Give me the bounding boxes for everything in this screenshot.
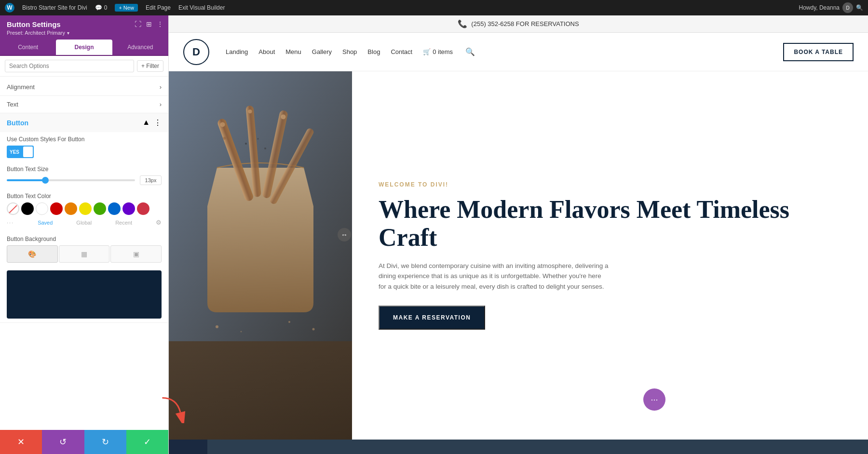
howdy-section: Howdy, Deanna D 🔍: [799, 2, 864, 13]
nav-search-icon[interactable]: 🔍: [465, 47, 475, 56]
color-swatch-yellow[interactable]: [79, 202, 92, 215]
color-swatch-green[interactable]: [94, 202, 106, 215]
comments-link[interactable]: 💬 0: [95, 4, 108, 11]
grid-icon[interactable]: ⊞: [146, 20, 152, 28]
svg-point-14: [288, 321, 290, 323]
wp-logo-icon[interactable]: W: [5, 3, 14, 13]
new-button[interactable]: + New: [115, 4, 138, 12]
button-section-header[interactable]: Button ▲ ⋮: [0, 113, 168, 132]
slider-thumb[interactable]: [42, 177, 49, 184]
avatar[interactable]: D: [842, 2, 853, 13]
slider-track[interactable]: [7, 179, 135, 181]
gear-icon[interactable]: ⚙: [156, 219, 162, 226]
color-recent-label[interactable]: Recent: [115, 220, 132, 226]
color-meta-row: ··· Saved Global Recent ⚙: [7, 217, 162, 228]
color-swatch-white[interactable]: [36, 202, 48, 215]
site-nav: D Landing About Menu Gallery Shop Blog C…: [169, 33, 868, 71]
reservation-button[interactable]: MAKE A RESERVATION: [379, 306, 485, 330]
filter-button[interactable]: + Filter: [137, 60, 163, 72]
nav-contact[interactable]: Contact: [391, 48, 412, 55]
color-swatch-orange[interactable]: [65, 202, 77, 215]
save-button[interactable]: ✓: [126, 430, 168, 454]
nav-gallery[interactable]: Gallery: [312, 48, 332, 55]
alignment-section-header[interactable]: Alignment ›: [0, 79, 168, 95]
color-saved-label[interactable]: Saved: [38, 220, 53, 226]
svg-point-13: [216, 325, 218, 328]
bottom-action-bar: ✕ ↺ ↻ ✓: [0, 430, 168, 454]
panel-tabs: Content Design Advanced: [0, 40, 168, 56]
exit-builder-link[interactable]: Exit Visual Builder: [178, 4, 225, 11]
button-background-option: Button Background 🎨 ▦ ▣: [0, 232, 168, 267]
tab-content[interactable]: Content: [0, 40, 56, 55]
nav-landing[interactable]: Landing: [226, 48, 248, 55]
custom-styles-toggle[interactable]: YES: [7, 146, 34, 158]
dark-right-panel: About: [169, 440, 207, 454]
nav-blog[interactable]: Blog: [367, 48, 380, 55]
collapse-icon[interactable]: ▲: [142, 118, 150, 127]
color-swatch-pink[interactable]: [137, 202, 149, 215]
color-global-label[interactable]: Global: [76, 220, 92, 226]
panel-preset[interactable]: Preset: Architect Primary ▾: [7, 30, 162, 36]
button-section-title: Button: [7, 119, 28, 127]
cancel-button[interactable]: ✕: [0, 430, 42, 454]
color-swatch-red[interactable]: [50, 202, 63, 215]
nav-cart[interactable]: 🛒 0 items: [423, 48, 453, 55]
nav-about[interactable]: About: [258, 48, 275, 55]
save-icon: ✓: [144, 437, 151, 447]
site-name[interactable]: Bistro Starter Site for Divi: [22, 4, 87, 11]
tab-design[interactable]: Design: [56, 40, 112, 55]
hero-image: [169, 71, 352, 440]
left-panel: Button Settings Preset: Architect Primar…: [0, 15, 169, 454]
chevron-down-icon: ▾: [67, 30, 69, 36]
color-swatch-purple[interactable]: [122, 202, 135, 215]
chevron-down-icon: ›: [160, 83, 162, 91]
undo-button[interactable]: ↺: [42, 430, 84, 454]
text-label: Text: [7, 101, 18, 108]
search-icon[interactable]: 🔍: [856, 4, 863, 11]
svg-point-12: [264, 147, 266, 149]
phone-bar: 📞 (255) 352-6258 FOR RESERVATIONS: [169, 15, 868, 33]
slider-fill: [7, 179, 45, 181]
fullscreen-icon[interactable]: ⛶: [135, 20, 141, 28]
chevron-down-icon: ›: [160, 101, 162, 108]
three-dots-icon[interactable]: ···: [7, 220, 14, 226]
color-swatches-row: [7, 202, 162, 215]
tab-advanced[interactable]: Advanced: [112, 40, 168, 55]
nav-menu[interactable]: Menu: [285, 48, 301, 55]
panel-search-area: + Filter: [0, 56, 168, 77]
search-input[interactable]: [5, 60, 134, 72]
svg-point-11: [258, 138, 259, 140]
svg-point-15: [241, 331, 242, 333]
hero-content: WELCOME TO DIVI! Where Modern Flavors Me…: [352, 71, 868, 440]
more-options-icon[interactable]: ⋮: [157, 20, 163, 28]
phone-icon: 📞: [458, 19, 467, 28]
about-label: About: [857, 224, 863, 245]
button-section-icons: ▲ ⋮: [142, 118, 162, 127]
text-section-header[interactable]: Text ›: [0, 96, 168, 113]
btn-bg-gradient-tab[interactable]: ▦: [59, 245, 110, 263]
hero-description: At Divi, we blend contemporary cuisine w…: [379, 261, 610, 292]
btn-bg-color-tab[interactable]: 🎨: [7, 245, 58, 263]
book-table-button[interactable]: BOOK A TABLE: [783, 43, 854, 61]
color-preview-box[interactable]: [7, 270, 162, 319]
color-swatch-transparent[interactable]: [7, 202, 19, 215]
hero-eyebrow: WELCOME TO DIVI!: [379, 181, 841, 188]
more-icon[interactable]: ⋮: [154, 118, 162, 127]
undo-icon: ↺: [59, 437, 67, 447]
text-section: Text ›: [0, 96, 168, 113]
edit-page-link[interactable]: Edit Page: [146, 4, 171, 11]
fab-button[interactable]: ···: [643, 388, 665, 411]
preview-area: ↔ 📞 (255) 352-6258 FOR RESERVATIONS D La…: [169, 15, 868, 454]
nav-shop[interactable]: Shop: [342, 48, 357, 55]
site-logo[interactable]: D: [183, 39, 209, 65]
resize-handle[interactable]: ↔: [338, 228, 351, 241]
nav-links: Landing About Menu Gallery Shop Blog Con…: [226, 47, 475, 56]
color-swatch-black[interactable]: [21, 202, 34, 215]
hero-section: WELCOME TO DIVI! Where Modern Flavors Me…: [169, 71, 868, 440]
slider-value[interactable]: 13px: [140, 175, 162, 185]
color-swatch-blue[interactable]: [108, 202, 121, 215]
website-preview: 📞 (255) 352-6258 FOR RESERVATIONS D Land…: [169, 15, 868, 440]
arrow-indicator: [159, 394, 188, 425]
btn-bg-image-tab[interactable]: ▣: [110, 245, 162, 263]
redo-button[interactable]: ↻: [84, 430, 126, 454]
